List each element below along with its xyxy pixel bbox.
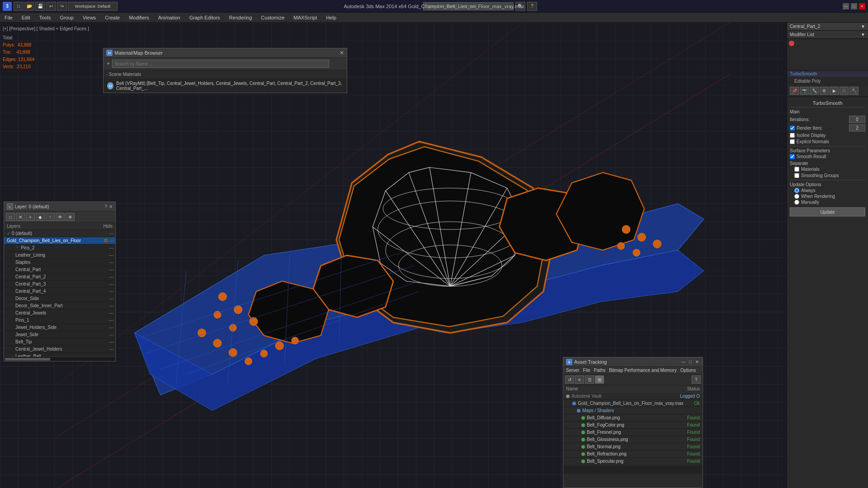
ts-iterations-input[interactable]	[849, 116, 865, 123]
asset-item-fresnel[interactable]: Belt_Fresnel.png Found	[563, 429, 703, 436]
layer-list[interactable]: ✓ 0 (default) — Gold_Champion_Belt_Lies_…	[4, 230, 115, 357]
layer-item-pins2[interactable]: └ Pins_2 —	[4, 244, 115, 252]
asset-item-vault[interactable]: Autodesk Vault Logged O	[563, 393, 703, 400]
asset-table-btn[interactable]: ⊞	[595, 375, 604, 384]
asset-restore-btn[interactable]: □	[688, 359, 693, 365]
asset-item-refraction[interactable]: Belt_Refraction.png Found	[563, 450, 703, 458]
asset-detail-btn[interactable]: ☰	[585, 375, 594, 384]
layer-delete-btn[interactable]: ✕	[16, 213, 25, 221]
layer-item-leather-belt[interactable]: Leather_Belt —	[4, 353, 115, 357]
asset-list[interactable]: Autodesk Vault Logged O Gold_Champion_Be…	[563, 393, 703, 465]
modifier-editable-poly[interactable]: Editable Poly	[787, 78, 868, 85]
ts-render-iters-input[interactable]	[849, 124, 865, 131]
asset-menu-paths[interactable]: Paths	[594, 368, 606, 373]
minimize-button[interactable]: —	[843, 3, 849, 9]
ts-when-rendering-radio[interactable]	[794, 194, 799, 199]
layer-item-default[interactable]: ✓ 0 (default) —	[4, 230, 115, 237]
asset-menu-bitmap-perf[interactable]: Bitmap Performance and Memory	[609, 368, 677, 373]
menu-tools[interactable]: Tools	[37, 14, 54, 21]
ts-render-iters-check[interactable]	[790, 126, 795, 131]
layer-item-central-jewels[interactable]: Central_Jewels —	[4, 310, 115, 317]
ts-isoline-check[interactable]	[790, 133, 795, 138]
mat-search-input[interactable]	[112, 60, 329, 68]
menu-rendering[interactable]: Rendering	[226, 14, 255, 21]
asset-item-diffuse[interactable]: Belt_Diffuse.png Found	[563, 414, 703, 422]
ts-smooth-result-check[interactable]	[790, 154, 795, 159]
layer-freeze-btn[interactable]: ❄	[66, 213, 75, 221]
pin-icon[interactable]: 📌	[790, 87, 799, 95]
menu-file[interactable]: File	[2, 14, 15, 21]
ts-manually-radio[interactable]	[794, 200, 799, 205]
menu-maxscript[interactable]: MAXScript	[291, 14, 320, 21]
layer-help-btn[interactable]: ?	[104, 204, 107, 209]
menu-edit[interactable]: Edit	[19, 14, 33, 21]
redo-icon[interactable]: ↪	[57, 2, 67, 11]
asset-refresh-btn[interactable]: ↺	[565, 375, 574, 384]
asset-menu-server[interactable]: Server	[566, 368, 579, 373]
menu-views[interactable]: Views	[80, 14, 99, 21]
menu-graph-editors[interactable]: Graph Editors	[187, 14, 223, 21]
asset-item-max[interactable]: Gold_Champion_Belt_Lies_on_Floor_max_vra…	[563, 400, 703, 407]
help-icon[interactable]: ?	[527, 2, 537, 11]
ts-update-button[interactable]: Update	[790, 207, 865, 216]
asset-item-glossiness[interactable]: Belt_Glossiness.png Found	[563, 436, 703, 443]
layer-item-belt-tip[interactable]: Belt_Tip —	[4, 338, 115, 346]
util-icon[interactable]: 🔨	[849, 87, 859, 95]
ts-always-radio[interactable]	[794, 188, 799, 193]
layer-new-btn[interactable]: □	[6, 213, 15, 221]
menu-group[interactable]: Group	[57, 14, 76, 21]
layer-move-btn[interactable]: ↑	[46, 213, 55, 221]
layer-item-decor-side[interactable]: Decor_Side —	[4, 295, 115, 302]
asset-menu-options[interactable]: Options	[680, 368, 696, 373]
layer-item-jewel-holders-side[interactable]: Jewel_Holders_Side —	[4, 324, 115, 331]
menu-animation[interactable]: Animation	[156, 14, 183, 21]
motion-icon[interactable]: ▶	[830, 87, 839, 95]
ts-materials-check[interactable]	[794, 167, 799, 172]
layer-scrollbar[interactable]	[4, 357, 115, 361]
open-icon[interactable]: 📂	[24, 2, 34, 11]
display-icon[interactable]: □	[840, 87, 849, 95]
layer-item-jewel-side[interactable]: Jewel_Side —	[4, 331, 115, 338]
layer-item-pins1[interactable]: Pins_1 —	[4, 317, 115, 324]
layer-close-btn[interactable]: ✕	[109, 204, 113, 209]
hierarchy-icon[interactable]: ⚙	[820, 87, 829, 95]
ts-smoothing-groups-check[interactable]	[794, 173, 799, 178]
layer-item-leather-lining[interactable]: Leather_Lining —	[4, 252, 115, 259]
asset-list-btn[interactable]: ≡	[575, 375, 584, 384]
menu-create[interactable]: Create	[102, 14, 123, 21]
asset-minimize-btn[interactable]: —	[681, 359, 686, 365]
maximize-button[interactable]: □	[851, 3, 857, 9]
undo-icon[interactable]: ↩	[46, 2, 56, 11]
asset-item-specular[interactable]: Belt_Specular.png Found	[563, 458, 703, 465]
layer-item-central-part3[interactable]: Central_Part_3 —	[4, 281, 115, 288]
layer-item-decor-side-inner[interactable]: Decor_Side_Inner_Part —	[4, 302, 115, 310]
layer-item-central-part4[interactable]: Central_Part_4 —	[4, 288, 115, 295]
workspace-dropdown[interactable]: Workspace: Default	[68, 2, 118, 11]
modifier-icon[interactable]: 🔧	[810, 87, 819, 95]
layer-item-gold[interactable]: Gold_Champion_Belt_Lies_on_Floor □ —	[4, 237, 115, 244]
layer-vis-icon[interactable]: □	[104, 238, 108, 243]
layer-item-central-jewel-holders[interactable]: Central_Jewel_Holders —	[4, 346, 115, 353]
menu-customize[interactable]: Customize	[258, 14, 287, 21]
layer-item-staples[interactable]: Staples —	[4, 259, 115, 266]
new-icon[interactable]: □	[14, 2, 24, 11]
menu-help[interactable]: Help	[323, 14, 339, 21]
layer-select-btn[interactable]: ◆	[36, 213, 45, 221]
ts-explicit-normals-check[interactable]	[790, 139, 795, 144]
viewport[interactable]: [+] [Perspective] [ Shaded + Edged Faces…	[0, 23, 787, 488]
rp-dropdown-arrow[interactable]: ▼	[861, 24, 865, 29]
camera-icon[interactable]: 📷	[800, 87, 809, 95]
layer-item-central-part2[interactable]: Central_Part_2 —	[4, 273, 115, 281]
layer-hide-btn[interactable]: 👁	[56, 213, 65, 221]
layer-add-btn[interactable]: +	[26, 213, 35, 221]
save-icon[interactable]: 💾	[35, 2, 45, 11]
close-button[interactable]: ✕	[859, 3, 865, 9]
asset-menu-file[interactable]: File	[583, 368, 590, 373]
mat-browser-close[interactable]: ✕	[340, 50, 344, 56]
asset-close-btn[interactable]: ✕	[694, 359, 700, 365]
layer-scroll-thumb[interactable]	[5, 358, 50, 361]
asset-help-btn[interactable]: ?	[692, 375, 701, 384]
modifier-list-arrow[interactable]: ▼	[861, 32, 865, 37]
asset-item-normal[interactable]: Belt_Normal.png Found	[563, 443, 703, 450]
layer-item-central-part[interactable]: Central_Part —	[4, 266, 115, 273]
